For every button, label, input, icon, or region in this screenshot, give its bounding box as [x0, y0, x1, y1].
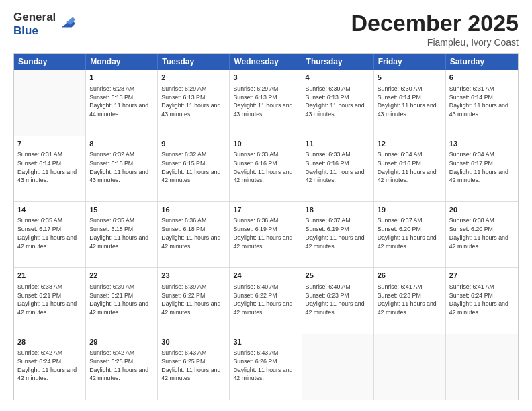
calendar-day-25: 25Sunrise: 6:40 AM Sunset: 6:23 PM Dayli… [302, 268, 374, 333]
cell-detail: Sunrise: 6:40 AM Sunset: 6:22 PM Dayligh… [233, 283, 298, 317]
header-day-friday: Friday [374, 54, 446, 70]
calendar-day-23: 23Sunrise: 6:39 AM Sunset: 6:22 PM Dayli… [158, 268, 230, 333]
cell-detail: Sunrise: 6:43 AM Sunset: 6:26 PM Dayligh… [233, 349, 298, 383]
calendar-body: 1Sunrise: 6:28 AM Sunset: 6:13 PM Daylig… [14, 70, 518, 400]
day-number: 31 [233, 337, 298, 347]
calendar-week-1: 1Sunrise: 6:28 AM Sunset: 6:13 PM Daylig… [14, 70, 518, 136]
cell-detail: Sunrise: 6:30 AM Sunset: 6:13 PM Dayligh… [306, 85, 370, 119]
calendar-day-9: 9Sunrise: 6:32 AM Sunset: 6:15 PM Daylig… [158, 136, 230, 201]
day-number: 26 [378, 271, 442, 281]
day-number: 30 [161, 337, 226, 347]
calendar-week-2: 7Sunrise: 6:31 AM Sunset: 6:14 PM Daylig… [14, 136, 518, 202]
calendar-day-empty [302, 334, 374, 400]
day-number: 19 [378, 205, 442, 215]
day-number: 28 [17, 337, 82, 347]
calendar-day-26: 26Sunrise: 6:41 AM Sunset: 6:23 PM Dayli… [374, 268, 446, 333]
title-block: December 2025 Fiampleu, Ivory Coast [351, 11, 519, 48]
calendar-day-30: 30Sunrise: 6:43 AM Sunset: 6:25 PM Dayli… [158, 334, 230, 400]
calendar-day-16: 16Sunrise: 6:36 AM Sunset: 6:18 PM Dayli… [158, 202, 230, 267]
logo-text: General Blue [13, 11, 56, 37]
day-number: 15 [89, 205, 154, 215]
calendar: SundayMondayTuesdayWednesdayThursdayFrid… [13, 53, 519, 400]
day-number: 3 [233, 73, 298, 83]
cell-detail: Sunrise: 6:42 AM Sunset: 6:24 PM Dayligh… [17, 349, 82, 383]
day-number: 25 [306, 271, 370, 281]
calendar-day-empty [14, 70, 86, 135]
calendar-day-14: 14Sunrise: 6:35 AM Sunset: 6:17 PM Dayli… [14, 202, 86, 267]
cell-detail: Sunrise: 6:37 AM Sunset: 6:20 PM Dayligh… [378, 216, 442, 250]
calendar-day-11: 11Sunrise: 6:33 AM Sunset: 6:16 PM Dayli… [302, 136, 374, 201]
month-title: December 2025 [351, 11, 519, 36]
calendar-day-6: 6Sunrise: 6:31 AM Sunset: 6:14 PM Daylig… [446, 70, 518, 135]
cell-detail: Sunrise: 6:32 AM Sunset: 6:15 PM Dayligh… [89, 150, 154, 185]
day-number: 10 [233, 139, 298, 149]
day-number: 7 [17, 139, 82, 149]
cell-detail: Sunrise: 6:40 AM Sunset: 6:23 PM Dayligh… [306, 283, 370, 317]
calendar-header-row: SundayMondayTuesdayWednesdayThursdayFrid… [14, 54, 518, 70]
day-number: 6 [449, 73, 515, 83]
cell-detail: Sunrise: 6:38 AM Sunset: 6:21 PM Dayligh… [17, 283, 82, 317]
day-number: 12 [378, 139, 442, 149]
day-number: 1 [89, 73, 154, 83]
cell-detail: Sunrise: 6:41 AM Sunset: 6:24 PM Dayligh… [449, 283, 515, 317]
day-number: 22 [89, 271, 154, 281]
day-number: 11 [306, 139, 370, 149]
calendar-day-29: 29Sunrise: 6:42 AM Sunset: 6:25 PM Dayli… [86, 334, 158, 400]
day-number: 9 [161, 139, 226, 149]
day-number: 27 [449, 271, 515, 281]
day-number: 5 [378, 73, 442, 83]
cell-detail: Sunrise: 6:31 AM Sunset: 6:14 PM Dayligh… [449, 85, 515, 119]
cell-detail: Sunrise: 6:39 AM Sunset: 6:22 PM Dayligh… [161, 283, 226, 317]
cell-detail: Sunrise: 6:41 AM Sunset: 6:23 PM Dayligh… [378, 283, 442, 317]
day-number: 18 [306, 205, 370, 215]
calendar-day-18: 18Sunrise: 6:37 AM Sunset: 6:19 PM Dayli… [302, 202, 374, 267]
calendar-day-15: 15Sunrise: 6:35 AM Sunset: 6:18 PM Dayli… [86, 202, 158, 267]
day-number: 20 [449, 205, 515, 215]
calendar-day-20: 20Sunrise: 6:38 AM Sunset: 6:20 PM Dayli… [446, 202, 518, 267]
location: Fiampleu, Ivory Coast [351, 37, 519, 48]
day-number: 13 [449, 139, 515, 149]
day-number: 21 [17, 271, 82, 281]
cell-detail: Sunrise: 6:29 AM Sunset: 6:13 PM Dayligh… [161, 85, 226, 119]
calendar-day-1: 1Sunrise: 6:28 AM Sunset: 6:13 PM Daylig… [86, 70, 158, 135]
calendar-day-8: 8Sunrise: 6:32 AM Sunset: 6:15 PM Daylig… [86, 136, 158, 201]
calendar-week-4: 21Sunrise: 6:38 AM Sunset: 6:21 PM Dayli… [14, 268, 518, 334]
day-number: 4 [306, 73, 370, 83]
cell-detail: Sunrise: 6:31 AM Sunset: 6:14 PM Dayligh… [17, 150, 82, 185]
calendar-day-27: 27Sunrise: 6:41 AM Sunset: 6:24 PM Dayli… [446, 268, 518, 333]
calendar-day-22: 22Sunrise: 6:39 AM Sunset: 6:21 PM Dayli… [86, 268, 158, 333]
header-day-monday: Monday [86, 54, 158, 70]
header-day-wednesday: Wednesday [230, 54, 302, 70]
page: General Blue December 2025 Fiampleu, Ivo… [0, 0, 532, 411]
cell-detail: Sunrise: 6:43 AM Sunset: 6:25 PM Dayligh… [161, 349, 226, 383]
header-day-tuesday: Tuesday [158, 54, 230, 70]
cell-detail: Sunrise: 6:33 AM Sunset: 6:16 PM Dayligh… [306, 150, 370, 185]
cell-detail: Sunrise: 6:35 AM Sunset: 6:18 PM Dayligh… [89, 216, 154, 250]
cell-detail: Sunrise: 6:37 AM Sunset: 6:19 PM Dayligh… [306, 216, 370, 250]
calendar-day-24: 24Sunrise: 6:40 AM Sunset: 6:22 PM Dayli… [230, 268, 302, 333]
logo-general: General [13, 11, 56, 24]
cell-detail: Sunrise: 6:36 AM Sunset: 6:18 PM Dayligh… [161, 216, 226, 250]
calendar-day-21: 21Sunrise: 6:38 AM Sunset: 6:21 PM Dayli… [14, 268, 86, 333]
calendar-day-7: 7Sunrise: 6:31 AM Sunset: 6:14 PM Daylig… [14, 136, 86, 201]
day-number: 24 [233, 271, 298, 281]
calendar-day-empty [446, 334, 518, 400]
day-number: 14 [17, 205, 82, 215]
day-number: 16 [161, 205, 226, 215]
cell-detail: Sunrise: 6:33 AM Sunset: 6:16 PM Dayligh… [233, 150, 298, 185]
cell-detail: Sunrise: 6:29 AM Sunset: 6:13 PM Dayligh… [233, 85, 298, 119]
header-day-saturday: Saturday [446, 54, 518, 70]
calendar-day-12: 12Sunrise: 6:34 AM Sunset: 6:16 PM Dayli… [374, 136, 446, 201]
calendar-day-empty [374, 334, 446, 400]
calendar-day-10: 10Sunrise: 6:33 AM Sunset: 6:16 PM Dayli… [230, 136, 302, 201]
logo: General Blue [13, 11, 77, 37]
cell-detail: Sunrise: 6:34 AM Sunset: 6:16 PM Dayligh… [378, 150, 442, 185]
calendar-day-5: 5Sunrise: 6:30 AM Sunset: 6:14 PM Daylig… [374, 70, 446, 135]
calendar-day-2: 2Sunrise: 6:29 AM Sunset: 6:13 PM Daylig… [158, 70, 230, 135]
header-day-thursday: Thursday [302, 54, 374, 70]
cell-detail: Sunrise: 6:30 AM Sunset: 6:14 PM Dayligh… [378, 85, 442, 119]
calendar-day-28: 28Sunrise: 6:42 AM Sunset: 6:24 PM Dayli… [14, 334, 86, 400]
cell-detail: Sunrise: 6:39 AM Sunset: 6:21 PM Dayligh… [89, 283, 154, 317]
cell-detail: Sunrise: 6:34 AM Sunset: 6:17 PM Dayligh… [449, 150, 515, 185]
header: General Blue December 2025 Fiampleu, Ivo… [13, 11, 519, 48]
